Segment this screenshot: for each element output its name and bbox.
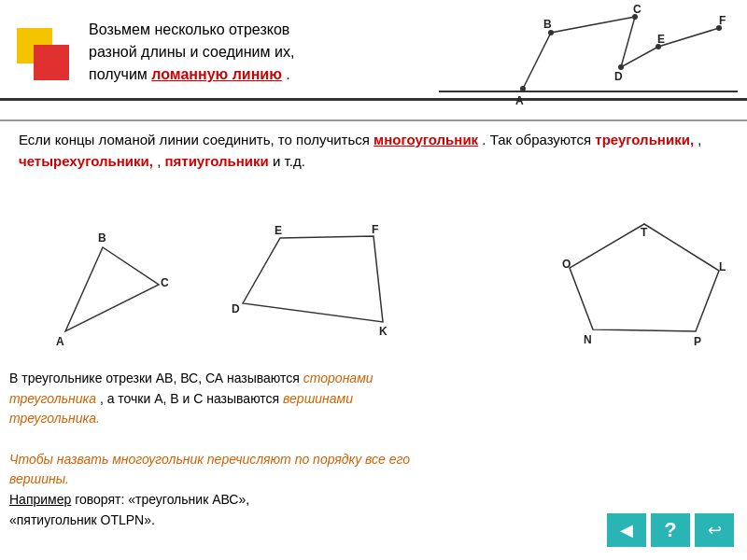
triangle-diagram: A B C	[47, 219, 196, 359]
and-etc: и т.д.	[273, 153, 305, 169]
top-text-line1: Возьмем несколько отрезков	[89, 21, 289, 37]
svg-text:P: P	[694, 335, 701, 348]
svg-marker-17	[243, 236, 383, 322]
top-text-line3a: получим	[89, 66, 151, 82]
intro-text-1: Если концы ломаной линии соединить, то п…	[19, 132, 374, 147]
svg-text:E: E	[275, 224, 282, 237]
svg-marker-22	[570, 224, 719, 331]
svg-text:A: A	[515, 94, 524, 107]
top-section: Возьмем несколько отрезков разной длины …	[0, 0, 747, 121]
polygon-order-text: Чтобы назвать многоугольник перечисляют …	[9, 450, 738, 490]
svg-text:B: B	[543, 18, 552, 31]
svg-text:L: L	[719, 260, 726, 273]
prev-button[interactable]: ◀	[607, 513, 646, 547]
quad-diagram: D E F K	[224, 219, 411, 359]
svg-text:B: B	[98, 231, 106, 245]
vertices-word: вершинами	[283, 391, 353, 406]
svg-marker-13	[65, 247, 159, 331]
top-text: Возьмем несколько отрезков разной длины …	[89, 19, 294, 86]
sides-text-1: В треугольнике отрезки АВ, ВС, СА называ…	[9, 371, 303, 385]
polygon-word: многоугольник	[374, 132, 478, 147]
svg-text:O: O	[562, 258, 571, 271]
nav-buttons: ◀ ? ↩	[607, 513, 734, 547]
next-button[interactable]: ↩	[695, 513, 734, 547]
polygon-order: Чтобы назвать многоугольник перечисляют …	[9, 452, 410, 467]
red-square	[34, 45, 69, 80]
broken-line-word: ломанную линию	[151, 66, 282, 82]
triangle-italic: треугольника	[9, 391, 96, 406]
triangles-word: треугольники,	[595, 132, 694, 147]
top-diagram: A B C D E F	[439, 0, 738, 117]
pentas-word: пятиугольники	[164, 153, 268, 169]
help-button[interactable]: ?	[651, 513, 690, 547]
quads-word: четырехугольники,	[19, 153, 153, 169]
svg-text:F: F	[719, 14, 726, 27]
svg-text:E: E	[657, 33, 665, 46]
polygon-intro-text: Если концы ломаной линии соединить, то п…	[19, 129, 738, 173]
example-text-1: говорят: «треугольник АВС»,	[75, 492, 249, 507]
svg-text:F: F	[372, 223, 378, 236]
svg-text:K: K	[379, 325, 388, 338]
svg-text:T: T	[641, 226, 648, 239]
triangle-italic2: треугольника.	[9, 411, 100, 426]
svg-text:D: D	[232, 302, 240, 315]
bottom-text-block: В треугольнике отрезки АВ, ВС, СА называ…	[9, 369, 738, 531]
top-text-line2: разной длины и соединим их,	[89, 44, 294, 60]
sides-word: сторонами	[303, 371, 374, 385]
sides-text-line: В треугольнике отрезки АВ, ВС, СА называ…	[9, 369, 738, 429]
top-text-period: .	[286, 66, 289, 82]
svg-text:C: C	[161, 276, 169, 289]
sides-text-2: , а точки А, В и С называются	[100, 391, 283, 406]
svg-text:N: N	[584, 333, 592, 346]
intro-text-2: . Так образуются	[482, 132, 595, 147]
slide: Возьмем несколько отрезков разной длины …	[0, 0, 747, 560]
svg-text:C: C	[633, 3, 641, 16]
color-squares	[17, 28, 73, 84]
svg-text:A: A	[56, 335, 64, 348]
diagrams-row: A B C D E F K	[0, 219, 747, 369]
comma1: ,	[698, 132, 701, 147]
svg-point-1	[520, 86, 526, 91]
svg-text:D: D	[614, 70, 623, 83]
example-text-2: «пятиугольник OTLPN».	[9, 512, 155, 527]
pentagon-diagram: T L P N O	[560, 219, 728, 359]
example-word: Например	[9, 492, 71, 507]
polygon-order2: вершины.	[9, 471, 69, 486]
bottom-section: Если концы ломаной линии соединить, то п…	[0, 121, 747, 560]
